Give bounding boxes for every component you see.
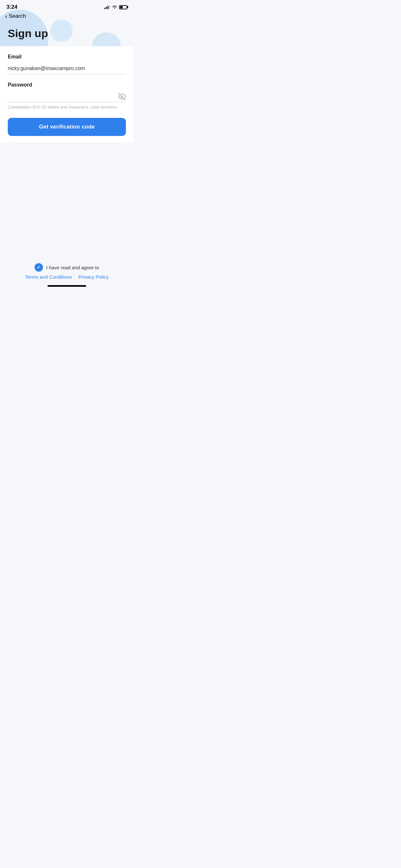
privacy-policy-link[interactable]: Privacy Policy bbox=[79, 274, 109, 280]
wifi-icon bbox=[112, 5, 117, 9]
status-time: 3:24 bbox=[6, 4, 18, 10]
agree-row: ✓ I have read and agree to bbox=[35, 263, 99, 272]
agree-text: I have read and agree to bbox=[46, 265, 99, 270]
password-label: Password bbox=[8, 82, 126, 88]
home-indicator bbox=[48, 285, 86, 287]
terms-and-conditions-link[interactable]: Terms and Conditions bbox=[25, 274, 72, 280]
email-label: Email bbox=[8, 54, 126, 60]
status-icons bbox=[104, 5, 127, 9]
back-label: Search bbox=[9, 13, 26, 20]
password-field-wrapper bbox=[8, 91, 126, 102]
nav-bar: ‹ Search bbox=[0, 11, 134, 22]
get-verification-code-button[interactable]: Get verification code bbox=[8, 118, 126, 136]
back-chevron-icon: ‹ bbox=[5, 13, 7, 20]
form-area: Email Password Combination of 8–32 lette… bbox=[0, 46, 134, 143]
back-button[interactable]: ‹ Search bbox=[5, 13, 26, 20]
email-field-wrapper bbox=[8, 63, 126, 74]
agree-checkbox[interactable]: ✓ bbox=[35, 263, 43, 272]
battery-icon bbox=[119, 5, 127, 9]
password-hint: Combination of 8–32 letters and characte… bbox=[8, 104, 126, 110]
email-input[interactable] bbox=[8, 63, 126, 74]
links-row: Terms and Conditions Privacy Policy bbox=[25, 274, 109, 280]
page-title: Sign up bbox=[0, 22, 134, 46]
password-input[interactable] bbox=[8, 91, 126, 102]
checkmark-icon: ✓ bbox=[37, 265, 41, 270]
footer-area: ✓ I have read and agree to Terms and Con… bbox=[0, 263, 134, 280]
status-bar: 3:24 bbox=[0, 0, 134, 11]
signal-icon bbox=[104, 5, 110, 9]
toggle-password-visibility-button[interactable] bbox=[118, 93, 126, 100]
eye-off-icon bbox=[118, 93, 126, 100]
